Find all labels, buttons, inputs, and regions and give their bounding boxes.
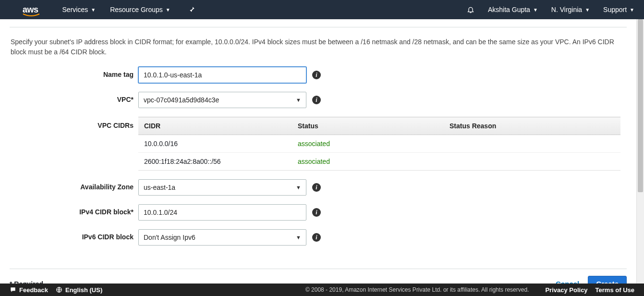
footer-bar: * Required Cancel Create (10, 269, 627, 284)
th-spacer (601, 117, 620, 135)
caret-down-icon: ▼ (296, 185, 301, 190)
caret-down-icon: ▼ (533, 7, 538, 12)
az-select[interactable]: us-east-1a ▼ (138, 179, 306, 196)
feedback-link[interactable]: Feedback (10, 286, 48, 294)
language-selector[interactable]: English (US) (56, 286, 102, 294)
table-row: 2600:1f18:24a2:8a00::/56 associated (138, 153, 620, 171)
th-reason: Status Reason (444, 117, 601, 135)
pin-icon[interactable] (189, 6, 195, 14)
name-tag-input[interactable] (138, 67, 306, 83)
row-name-tag: Name tag i (10, 67, 627, 83)
caret-down-icon: ▼ (630, 7, 634, 12)
terms-link[interactable]: Terms of Use (595, 286, 634, 294)
info-icon[interactable]: i (312, 183, 321, 192)
caret-down-icon: ▼ (585, 7, 590, 12)
bottom-bar: Feedback English (US) © 2008 - 2019, Ama… (0, 284, 644, 296)
info-icon[interactable]: i (312, 71, 321, 79)
row-vpc: VPC* vpc-07c0491a5d9d84c3e ▼ i (10, 92, 627, 108)
nav-support[interactable]: Support ▼ (603, 6, 634, 13)
ipv6-select[interactable]: Don't Assign Ipv6 ▼ (138, 229, 306, 246)
nav-user[interactable]: Akshita Gupta ▼ (488, 6, 538, 13)
copyright-text: © 2008 - 2019, Amazon Internet Services … (305, 286, 529, 293)
label-az: Availability Zone (10, 179, 138, 191)
row-ipv6: IPv6 CIDR block Don't Assign Ipv6 ▼ i (10, 229, 627, 246)
nav-user-label: Akshita Gupta (488, 6, 530, 13)
ipv4-cidr-input[interactable] (138, 204, 306, 221)
create-subnet-form: Name tag i VPC* vpc-07c0491a5d9d84c3e ▼ … (0, 67, 636, 269)
info-icon[interactable]: i (312, 96, 321, 104)
scrollbar-thumb[interactable] (638, 19, 643, 192)
caret-down-icon: ▼ (91, 7, 96, 12)
main-content: Specify your subnet's IP address block i… (0, 19, 636, 284)
nav-support-label: Support (603, 6, 627, 13)
label-ipv4: IPv4 CIDR block* (10, 204, 138, 216)
cidr-table: CIDR Status Status Reason 10.0.0.0/16 as… (138, 117, 620, 171)
row-ipv4: IPv4 CIDR block* i (10, 204, 627, 221)
row-vpc-cidrs: VPC CIDRs CIDR Status Status Reason 10.0… (10, 117, 627, 171)
nav-services[interactable]: Services ▼ (62, 6, 96, 13)
feedback-label: Feedback (19, 286, 48, 294)
az-select-value: us-east-1a (144, 184, 175, 191)
info-icon[interactable]: i (312, 233, 321, 242)
nav-services-label: Services (62, 6, 88, 13)
required-note: * Required (10, 280, 43, 284)
ipv6-select-value: Don't Assign Ipv6 (144, 234, 195, 241)
reason-cell (444, 135, 601, 153)
info-icon[interactable]: i (312, 208, 321, 217)
vpc-select[interactable]: vpc-07c0491a5d9d84c3e ▼ (138, 92, 306, 108)
language-label: English (US) (65, 286, 102, 294)
reason-cell (444, 153, 601, 171)
vertical-scrollbar[interactable] (636, 19, 644, 284)
nav-resource-groups-label: Resource Groups (110, 6, 163, 13)
caret-down-icon: ▼ (296, 234, 301, 240)
speech-bubble-icon (10, 286, 16, 293)
caret-down-icon: ▼ (296, 97, 301, 103)
cidr-cell: 2600:1f18:24a2:8a00::/56 (138, 153, 292, 171)
create-button[interactable]: Create (588, 276, 627, 284)
aws-swoosh-icon (23, 13, 40, 17)
aws-logo[interactable]: aws (23, 5, 38, 15)
th-status: Status (292, 117, 444, 135)
table-row: 10.0.0.0/16 associated (138, 135, 620, 153)
label-vpc: VPC* (10, 92, 138, 103)
privacy-link[interactable]: Privacy Policy (545, 286, 587, 294)
label-ipv6: IPv6 CIDR block (10, 229, 138, 241)
th-cidr: CIDR (138, 117, 292, 135)
nav-resource-groups[interactable]: Resource Groups ▼ (110, 6, 170, 13)
label-vpc-cidrs: VPC CIDRs (10, 117, 138, 129)
top-nav: aws Services ▼ Resource Groups ▼ Akshita… (0, 0, 644, 19)
cidr-cell: 10.0.0.0/16 (138, 135, 292, 153)
nav-region-label: N. Virginia (551, 6, 582, 13)
status-cell: associated (292, 135, 444, 153)
caret-down-icon: ▼ (166, 7, 170, 12)
cancel-button[interactable]: Cancel (556, 280, 579, 284)
description-text: Specify your subnet's IP address block i… (0, 27, 636, 67)
notifications-icon[interactable] (467, 6, 474, 13)
status-cell: associated (292, 153, 444, 171)
globe-icon (56, 286, 62, 293)
row-az: Availability Zone us-east-1a ▼ i (10, 179, 627, 196)
nav-region[interactable]: N. Virginia ▼ (551, 6, 590, 13)
label-name-tag: Name tag (10, 67, 138, 78)
vpc-select-value: vpc-07c0491a5d9d84c3e (144, 96, 219, 104)
